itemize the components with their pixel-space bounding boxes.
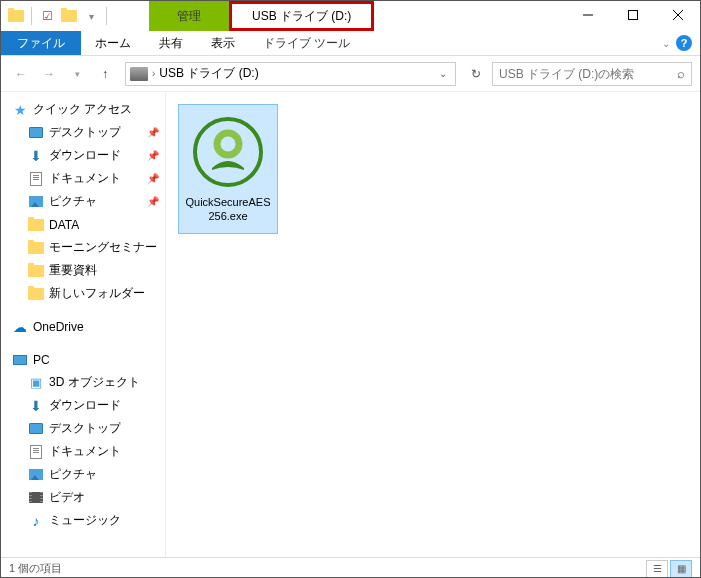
ribbon-expand-icon[interactable]: ⌄ bbox=[662, 38, 670, 49]
minimize-button[interactable] bbox=[565, 1, 610, 29]
refresh-button[interactable]: ↻ bbox=[464, 62, 488, 86]
contextual-tab-header: 管理 USB ドライブ (D:) bbox=[149, 1, 374, 31]
breadcrumb-chevron-icon[interactable]: › bbox=[152, 68, 155, 79]
help-icon[interactable]: ? bbox=[676, 35, 692, 51]
sidebar-pc[interactable]: PC bbox=[1, 348, 165, 371]
tab-drive-tools[interactable]: ドライブ ツール bbox=[249, 31, 364, 55]
file-item[interactable]: QuickSecureAES256.exe bbox=[178, 104, 278, 234]
sidebar-data[interactable]: DATA bbox=[1, 213, 165, 236]
view-mode-buttons: ☰ ▦ bbox=[646, 560, 692, 578]
address-dropdown-icon[interactable]: ⌄ bbox=[435, 68, 451, 79]
download-icon: ⬇ bbox=[27, 398, 45, 414]
search-icon[interactable]: ⌕ bbox=[677, 66, 685, 81]
quick-access-toolbar: ☑ ▾ bbox=[1, 1, 109, 31]
contextual-category: 管理 bbox=[149, 1, 229, 31]
sidebar-newfolder[interactable]: 新しいフォルダー bbox=[1, 282, 165, 305]
qat-dropdown-icon[interactable]: ▾ bbox=[82, 7, 100, 25]
folder-icon bbox=[27, 286, 45, 302]
tab-view[interactable]: 表示 bbox=[197, 31, 249, 55]
sidebar-videos[interactable]: ビデオ bbox=[1, 486, 165, 509]
file-thumbnail bbox=[189, 113, 267, 191]
search-box[interactable]: ⌕ bbox=[492, 62, 692, 86]
folder-icon bbox=[27, 263, 45, 279]
folder-icon bbox=[27, 217, 45, 233]
sidebar-documents-2[interactable]: ドキュメント bbox=[1, 440, 165, 463]
ribbon-tabs: ファイル ホーム 共有 表示 ドライブ ツール ⌄ ? bbox=[1, 31, 700, 56]
cube-icon: ▣ bbox=[27, 375, 45, 391]
document-icon bbox=[27, 444, 45, 460]
svg-point-5 bbox=[217, 133, 239, 155]
folder-icon bbox=[27, 240, 45, 256]
download-icon: ⬇ bbox=[27, 148, 45, 164]
tab-share[interactable]: 共有 bbox=[145, 31, 197, 55]
back-button[interactable]: ← bbox=[9, 62, 33, 86]
forward-button[interactable]: → bbox=[37, 62, 61, 86]
pin-icon: 📌 bbox=[147, 150, 159, 161]
sidebar-downloads-2[interactable]: ⬇ダウンロード bbox=[1, 394, 165, 417]
status-bar: 1 個の項目 ☰ ▦ bbox=[1, 557, 700, 578]
address-text[interactable]: USB ドライブ (D:) bbox=[159, 65, 435, 82]
picture-icon bbox=[27, 194, 45, 210]
sidebar-morning[interactable]: モーニングセミナー bbox=[1, 236, 165, 259]
titlebar: ☑ ▾ 管理 USB ドライブ (D:) bbox=[1, 1, 700, 31]
sidebar-music[interactable]: ♪ミュージック bbox=[1, 509, 165, 532]
sidebar-pictures-2[interactable]: ピクチャ bbox=[1, 463, 165, 486]
tab-file[interactable]: ファイル bbox=[1, 31, 81, 55]
close-button[interactable] bbox=[655, 1, 700, 29]
svg-rect-1 bbox=[628, 11, 637, 20]
drive-icon bbox=[130, 67, 148, 81]
address-bar[interactable]: › USB ドライブ (D:) ⌄ bbox=[125, 62, 456, 86]
window-title: USB ドライブ (D:) bbox=[229, 1, 374, 31]
main-area: ★クイック アクセス デスクトップ📌 ⬇ダウンロード📌 ドキュメント📌 ピクチャ… bbox=[1, 92, 700, 557]
qat-newfolder-icon[interactable] bbox=[60, 7, 78, 25]
star-icon: ★ bbox=[11, 102, 29, 118]
document-icon bbox=[27, 171, 45, 187]
sidebar-desktop[interactable]: デスクトップ📌 bbox=[1, 121, 165, 144]
navigation-bar: ← → ▾ ↑ › USB ドライブ (D:) ⌄ ↻ ⌕ bbox=[1, 56, 700, 92]
sidebar-important[interactable]: 重要資料 bbox=[1, 259, 165, 282]
icons-view-button[interactable]: ▦ bbox=[670, 560, 692, 578]
details-view-button[interactable]: ☰ bbox=[646, 560, 668, 578]
item-count: 1 個の項目 bbox=[9, 561, 62, 576]
sidebar-3d-objects[interactable]: ▣3D オブジェクト bbox=[1, 371, 165, 394]
sidebar-pictures[interactable]: ピクチャ📌 bbox=[1, 190, 165, 213]
file-list[interactable]: QuickSecureAES256.exe bbox=[166, 92, 700, 557]
navigation-pane[interactable]: ★クイック アクセス デスクトップ📌 ⬇ダウンロード📌 ドキュメント📌 ピクチャ… bbox=[1, 92, 166, 557]
app-icon bbox=[7, 7, 25, 25]
up-button[interactable]: ↑ bbox=[93, 62, 117, 86]
maximize-button[interactable] bbox=[610, 1, 655, 29]
desktop-icon bbox=[27, 125, 45, 141]
qat-properties-icon[interactable]: ☑ bbox=[38, 7, 56, 25]
picture-icon bbox=[27, 467, 45, 483]
sidebar-quick-access[interactable]: ★クイック アクセス bbox=[1, 98, 165, 121]
window-controls bbox=[565, 1, 700, 31]
desktop-icon bbox=[27, 421, 45, 437]
pc-icon bbox=[11, 352, 29, 368]
sidebar-desktop-2[interactable]: デスクトップ bbox=[1, 417, 165, 440]
search-input[interactable] bbox=[499, 67, 677, 81]
tab-home[interactable]: ホーム bbox=[81, 31, 145, 55]
pin-icon: 📌 bbox=[147, 196, 159, 207]
pin-icon: 📌 bbox=[147, 127, 159, 138]
onedrive-icon: ☁ bbox=[11, 319, 29, 335]
recent-dropdown-icon[interactable]: ▾ bbox=[65, 62, 89, 86]
sidebar-downloads[interactable]: ⬇ダウンロード📌 bbox=[1, 144, 165, 167]
music-icon: ♪ bbox=[27, 513, 45, 529]
pin-icon: 📌 bbox=[147, 173, 159, 184]
file-name: QuickSecureAES256.exe bbox=[183, 195, 273, 224]
sidebar-onedrive[interactable]: ☁OneDrive bbox=[1, 315, 165, 338]
sidebar-documents[interactable]: ドキュメント📌 bbox=[1, 167, 165, 190]
video-icon bbox=[27, 490, 45, 506]
